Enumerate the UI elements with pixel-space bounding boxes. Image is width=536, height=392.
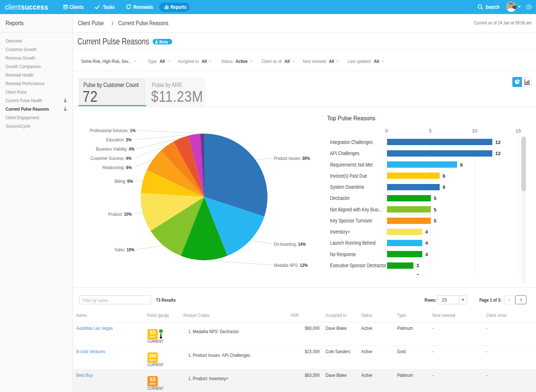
svg-text:?: ?: [528, 5, 530, 9]
